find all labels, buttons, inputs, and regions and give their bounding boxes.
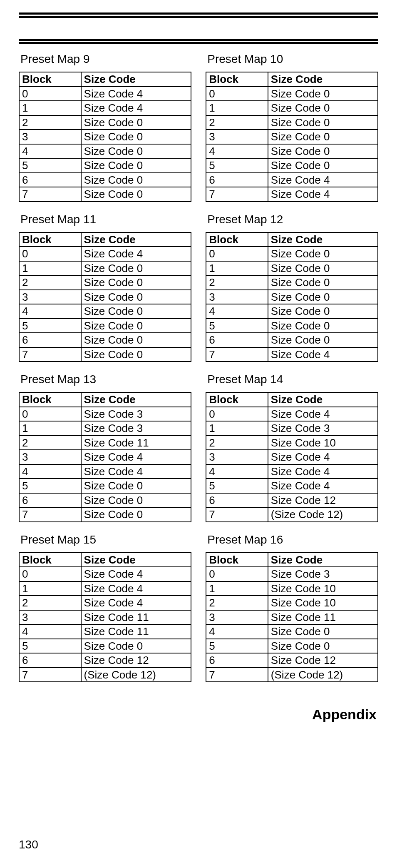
table-row: 0Size Code 0 xyxy=(206,247,378,261)
cell-size: Size Code 0 xyxy=(268,275,378,290)
cell-size: Size Code 11 xyxy=(81,610,191,625)
cell-block: 0 xyxy=(206,87,268,101)
cell-size: Size Code 0 xyxy=(268,87,378,101)
cell-size: (Size Code 12) xyxy=(268,668,378,682)
preset-map-title: Preset Map 12 xyxy=(207,213,378,226)
table-row: 2Size Code 0 xyxy=(19,275,191,290)
cell-block: 7 xyxy=(19,347,81,362)
cell-size: Size Code 0 xyxy=(268,290,378,304)
preset-map-table: BlockSize Code0Size Code 41Size Code 42S… xyxy=(19,72,191,202)
table-row: 2Size Code 10 xyxy=(206,596,378,610)
table-row: 7Size Code 4 xyxy=(206,347,378,362)
preset-map-table: BlockSize Code0Size Code 31Size Code 102… xyxy=(206,552,378,683)
col-header-block: Block xyxy=(206,553,268,567)
table-row: 4Size Code 11 xyxy=(19,624,191,639)
preset-map: Preset Map 16BlockSize Code0Size Code 31… xyxy=(206,530,378,683)
table-row: 0Size Code 4 xyxy=(19,247,191,261)
preset-map-title: Preset Map 13 xyxy=(20,373,191,386)
cell-block: 0 xyxy=(206,567,268,581)
preset-map: Preset Map 12BlockSize Code0Size Code 01… xyxy=(206,210,378,362)
table-row: 4Size Code 0 xyxy=(206,624,378,639)
cell-block: 6 xyxy=(19,493,81,508)
cell-size: Size Code 4 xyxy=(81,450,191,464)
col-header-size: Size Code xyxy=(81,72,191,87)
cell-size: (Size Code 12) xyxy=(81,668,191,682)
table-row: 0Size Code 0 xyxy=(206,87,378,101)
cell-block: 6 xyxy=(19,173,81,187)
table-row: 1Size Code 0 xyxy=(206,261,378,276)
cell-block: 6 xyxy=(206,653,268,668)
cell-size: Size Code 4 xyxy=(268,187,378,202)
cell-size: Size Code 0 xyxy=(81,173,191,187)
cell-size: Size Code 0 xyxy=(268,158,378,173)
table-row: 4Size Code 0 xyxy=(206,304,378,319)
cell-block: 2 xyxy=(206,115,268,130)
cell-block: 7 xyxy=(206,668,268,682)
cell-block: 5 xyxy=(19,479,81,493)
cell-size: Size Code 0 xyxy=(81,319,191,333)
cell-block: 0 xyxy=(19,87,81,101)
col-header-size: Size Code xyxy=(268,392,378,407)
cell-size: Size Code 0 xyxy=(81,290,191,304)
table-row: 1Size Code 4 xyxy=(19,101,191,115)
table-row: 1Size Code 3 xyxy=(19,421,191,436)
table-row: 5Size Code 0 xyxy=(206,319,378,333)
table-row: 4Size Code 4 xyxy=(19,464,191,479)
table-row: 7(Size Code 12) xyxy=(206,668,378,682)
cell-size: Size Code 3 xyxy=(81,407,191,422)
cell-size: Size Code 10 xyxy=(268,436,378,450)
preset-map-title: Preset Map 9 xyxy=(20,52,191,66)
preset-map-table: BlockSize Code0Size Code 41Size Code 42S… xyxy=(19,552,191,683)
table-row: 2Size Code 10 xyxy=(206,436,378,450)
cell-block: 7 xyxy=(19,507,81,522)
table-row: 5Size Code 0 xyxy=(19,639,191,653)
cell-size: Size Code 0 xyxy=(81,333,191,347)
cell-block: 7 xyxy=(206,507,268,522)
cell-size: Size Code 4 xyxy=(81,464,191,479)
table-row: 5Size Code 0 xyxy=(19,479,191,493)
cell-block: 4 xyxy=(206,144,268,159)
cell-block: 2 xyxy=(19,436,81,450)
cell-size: Size Code 4 xyxy=(81,581,191,596)
table-row: 6Size Code 0 xyxy=(19,493,191,508)
cell-block: 2 xyxy=(206,436,268,450)
table-row: 4Size Code 0 xyxy=(19,304,191,319)
cell-size: Size Code 0 xyxy=(81,261,191,276)
table-row: 2Size Code 4 xyxy=(19,596,191,610)
cell-block: 1 xyxy=(19,421,81,436)
cell-size: Size Code 12 xyxy=(81,653,191,668)
cell-size: Size Code 12 xyxy=(268,493,378,508)
cell-size: Size Code 0 xyxy=(81,275,191,290)
table-row: 3Size Code 0 xyxy=(19,290,191,304)
table-row: 3Size Code 0 xyxy=(206,130,378,144)
preset-map: Preset Map 10BlockSize Code0Size Code 01… xyxy=(206,49,378,202)
cell-size: Size Code 0 xyxy=(268,319,378,333)
cell-block: 3 xyxy=(19,450,81,464)
cell-block: 5 xyxy=(206,158,268,173)
cell-size: Size Code 12 xyxy=(268,653,378,668)
cell-size: Size Code 0 xyxy=(81,493,191,508)
cell-size: Size Code 0 xyxy=(268,624,378,639)
table-row: 3Size Code 0 xyxy=(206,290,378,304)
preset-maps-grid: Preset Map 9BlockSize Code0Size Code 41S… xyxy=(19,49,378,690)
preset-map: Preset Map 9BlockSize Code0Size Code 41S… xyxy=(19,49,191,202)
cell-block: 4 xyxy=(206,624,268,639)
cell-block: 6 xyxy=(206,493,268,508)
cell-block: 5 xyxy=(206,319,268,333)
cell-size: Size Code 11 xyxy=(81,436,191,450)
table-row: 2Size Code 0 xyxy=(19,115,191,130)
table-row: 3Size Code 4 xyxy=(206,450,378,464)
cell-block: 1 xyxy=(19,261,81,276)
cell-block: 4 xyxy=(19,464,81,479)
cell-size: Size Code 0 xyxy=(268,261,378,276)
preset-map: Preset Map 11BlockSize Code0Size Code 41… xyxy=(19,210,191,362)
table-row: 5Size Code 0 xyxy=(19,319,191,333)
col-header-block: Block xyxy=(206,392,268,407)
cell-size: Size Code 0 xyxy=(268,144,378,159)
section-label: Appendix xyxy=(19,706,377,723)
table-row: 5Size Code 0 xyxy=(206,639,378,653)
table-row: 7Size Code 0 xyxy=(19,507,191,522)
cell-block: 3 xyxy=(206,290,268,304)
cell-size: Size Code 4 xyxy=(268,347,378,362)
preset-map-title: Preset Map 10 xyxy=(207,52,378,66)
